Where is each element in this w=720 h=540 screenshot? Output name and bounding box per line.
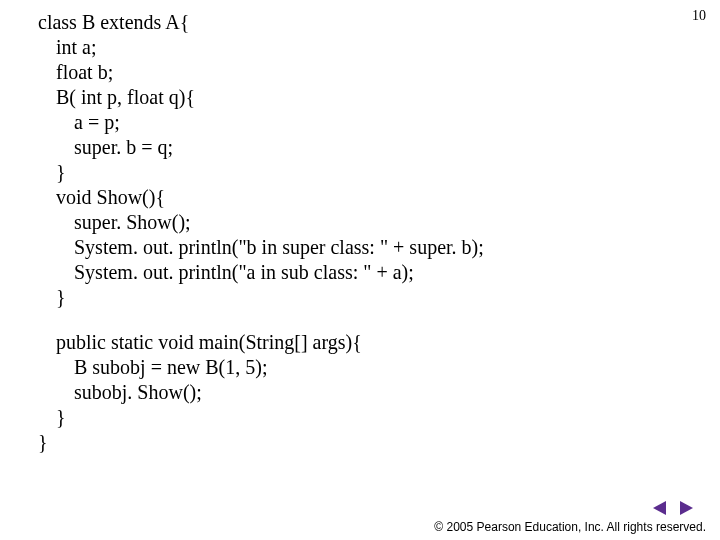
page-number: 10 [692,8,706,24]
code-line: float b; [38,60,484,85]
code-line: class B extends A{ [38,10,484,35]
code-line: subobj. Show(); [38,380,484,405]
nav-controls [652,500,694,516]
code-line: } [38,430,484,455]
code-line: B( int p, float q){ [38,85,484,110]
copyright-footer: © 2005 Pearson Education, Inc. All right… [434,520,706,534]
triangle-left-icon [652,500,668,516]
prev-slide-button[interactable] [652,500,668,516]
code-line: System. out. println("b in super class: … [38,235,484,260]
code-line: void Show(){ [38,185,484,210]
next-slide-button[interactable] [678,500,694,516]
code-line: int a; [38,35,484,60]
code-paragraph-2: public static void main(String[] args){ … [38,330,484,455]
code-paragraph-1: class B extends A{ int a; float b; B( in… [38,10,484,310]
slide: 10 class B extends A{ int a; float b; B(… [0,0,720,540]
code-line: } [38,405,484,430]
svg-marker-0 [653,501,666,515]
code-line: } [38,160,484,185]
code-line: a = p; [38,110,484,135]
code-line: } [38,285,484,310]
svg-marker-1 [680,501,693,515]
code-block: class B extends A{ int a; float b; B( in… [38,10,484,455]
code-line: B subobj = new B(1, 5); [38,355,484,380]
code-line: super. Show(); [38,210,484,235]
code-line: super. b = q; [38,135,484,160]
code-line: System. out. println("a in sub class: " … [38,260,484,285]
triangle-right-icon [678,500,694,516]
code-line: public static void main(String[] args){ [38,330,484,355]
